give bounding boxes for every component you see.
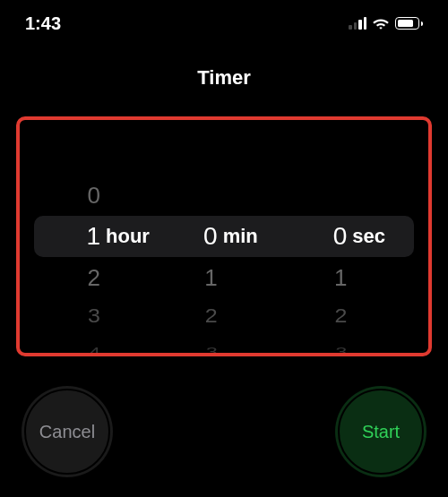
hour-option[interactable]: 2 [38,257,100,298]
cancel-button[interactable]: Cancel [22,386,113,477]
hour-option[interactable]: 3 [38,298,100,333]
button-row: Cancel Start [0,386,448,477]
status-icons [349,17,423,30]
status-time: 1:43 [25,13,61,34]
minute-unit-label: min [223,225,258,248]
cellular-signal-icon [349,17,366,30]
second-option[interactable]: 3 [286,339,347,356]
minute-selected[interactable]: 0 [162,216,218,257]
minute-option[interactable]: 1 [162,257,218,298]
hour-option[interactable]: 0 [38,175,100,216]
time-picker[interactable]: 0 1 2 3 4 hour 0 1 2 3 min 0 1 2 3 [16,116,432,356]
minute-option[interactable]: 3 [162,339,218,356]
hour-column[interactable]: 0 1 2 3 4 hour [38,120,162,353]
second-column[interactable]: 0 1 2 3 sec [286,120,410,353]
hour-unit-label: hour [106,225,150,248]
page-title: Timer [0,66,448,90]
second-selected[interactable]: 0 [286,216,347,257]
second-option[interactable]: 2 [286,298,347,333]
hour-selected[interactable]: 1 [38,216,100,257]
hour-option[interactable]: 4 [38,339,100,356]
minute-column[interactable]: 0 1 2 3 min [162,120,287,353]
status-bar: 1:43 [0,0,448,39]
start-button[interactable]: Start [335,386,426,477]
second-unit-label: sec [352,225,385,248]
wifi-icon [372,17,390,30]
second-option[interactable]: 1 [286,257,347,298]
minute-option[interactable]: 2 [162,298,218,333]
battery-icon [395,17,423,30]
